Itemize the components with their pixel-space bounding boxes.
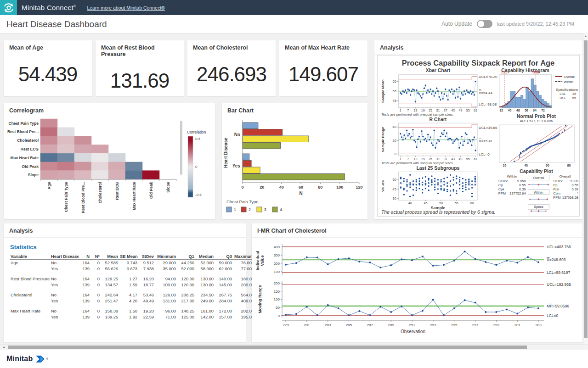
svg-text:30: 30 xyxy=(393,196,396,201)
svg-text:No: No xyxy=(234,132,240,137)
auto-update-toggle[interactable] xyxy=(477,20,492,28)
scroll-up-arrow[interactable]: ▲ xyxy=(584,34,588,39)
svg-text:Sample Range: Sample Range xyxy=(381,127,385,152)
svg-text:9.039: 9.039 xyxy=(570,179,578,183)
footer-reg-mark: ® xyxy=(46,357,48,360)
svg-text:49: 49 xyxy=(459,157,463,161)
svg-text:3: 3 xyxy=(264,207,266,212)
svg-text:Rest ECG: Rest ECG xyxy=(21,147,39,151)
stats-col-header: StDev xyxy=(138,253,155,260)
svg-text:287: 287 xyxy=(367,323,373,327)
svg-text:Individual: Individual xyxy=(255,251,260,270)
svg-text:Values: Values xyxy=(381,180,385,192)
stats-col-header: Variable xyxy=(10,253,50,260)
svg-text:Slope: Slope xyxy=(166,182,170,192)
auto-update-label: Auto Update xyxy=(441,21,472,27)
correlogram-panel: Correlogram Chest Pain TypeRest Blood Pr… xyxy=(4,103,215,219)
learn-more-link[interactable]: Learn more about Minitab Connect® xyxy=(87,5,164,11)
svg-text:Normal Prob Plot: Normal Prob Plot xyxy=(517,114,556,119)
svg-text:80: 80 xyxy=(567,164,571,167)
stats-col-header: Minimum xyxy=(155,253,177,260)
svg-text:Process Capability Sixpack Rep: Process Capability Sixpack Report for Ag… xyxy=(402,59,554,67)
svg-text:LCL=38.68: LCL=38.68 xyxy=(479,102,497,106)
svg-text:Xbar Chart: Xbar Chart xyxy=(426,68,451,73)
kpi-title: Mean of Cholesterol xyxy=(187,40,276,51)
svg-text:Cp: Cp xyxy=(498,183,503,187)
svg-text:Max Heart Rate: Max Heart Rate xyxy=(11,156,39,160)
sixpack-svg: Process Capability Sixpack Report for Ag… xyxy=(378,56,579,216)
svg-text:25: 25 xyxy=(429,157,432,161)
svg-text:Heart Disease: Heart Disease xyxy=(223,137,228,168)
svg-text:56: 56 xyxy=(525,109,528,112)
svg-text:UCL=39.66: UCL=39.66 xyxy=(479,126,498,130)
last-updated-text: last updated 9/20/22, 12:45:23 PM xyxy=(497,21,574,27)
svg-text:281: 281 xyxy=(304,323,310,327)
svg-text:LCL=0: LCL=0 xyxy=(547,313,559,318)
stats-row: CholesterolNo1640242.644.1753.46126.0020… xyxy=(10,292,255,298)
svg-text:61: 61 xyxy=(474,157,477,161)
svg-text:64: 64 xyxy=(533,109,537,112)
svg-text:65: 65 xyxy=(393,79,396,84)
stats-row: Yes1390251.474.2049.49131.00217.00249.00… xyxy=(10,298,255,304)
svg-text:Overall: Overall xyxy=(533,176,544,180)
svg-text:0.39: 0.39 xyxy=(571,187,578,191)
minitab-connect-logo[interactable] xyxy=(0,0,17,15)
kpi-card-mean-cholesterol: Mean of Cholesterol 246.693 xyxy=(187,40,276,96)
svg-text:45: 45 xyxy=(424,201,428,205)
svg-text:Age: Age xyxy=(47,182,51,189)
svg-text:Value: Value xyxy=(260,255,265,266)
svg-text:Specifications: Specifications xyxy=(556,88,578,92)
kpi-value: 54.439 xyxy=(4,63,92,86)
vertical-scroll-thumb[interactable] xyxy=(584,40,588,338)
svg-text:7: 7 xyxy=(407,109,409,112)
svg-text:0: 0 xyxy=(278,314,280,318)
svg-text:Tests are performed with unequ: Tests are performed with unequal sample … xyxy=(381,161,454,165)
svg-text:25: 25 xyxy=(429,109,432,112)
svg-text:137068.58: 137068.58 xyxy=(562,195,578,200)
stats-col-header: N* xyxy=(90,253,101,260)
svg-text:Rest Blood Pre...: Rest Blood Pre... xyxy=(81,182,85,213)
svg-text:49: 49 xyxy=(459,109,463,112)
horizontal-scroll-thumb[interactable] xyxy=(8,346,527,349)
svg-text:45: 45 xyxy=(393,187,396,191)
svg-text:289: 289 xyxy=(388,323,394,327)
svg-text:PPM: PPM xyxy=(498,191,506,195)
svg-text:55: 55 xyxy=(466,157,470,161)
svg-text:45: 45 xyxy=(393,99,396,103)
imr-chart-panel: I-MR Chart of Cholesterol 100200300400In… xyxy=(252,223,582,342)
kpi-value: 131.69 xyxy=(96,69,184,92)
panel-title: I-MR Chart of Cholesterol xyxy=(252,223,582,238)
svg-text:UCL=70.20: UCL=70.20 xyxy=(479,75,498,79)
svg-text:Yes: Yes xyxy=(232,163,241,168)
svg-text:MR=59.0596: MR=59.0596 xyxy=(547,304,569,308)
svg-text:USL: USL xyxy=(560,96,566,100)
brand-name: Minitab Connect® xyxy=(22,4,76,11)
heart-disease-bar-chart: Heart DiseaseNoYes020406080100120NChest … xyxy=(222,116,368,219)
correlogram-scrollbar-thumb[interactable] xyxy=(180,121,182,175)
svg-text:35: 35 xyxy=(572,92,576,96)
svg-text:20: 20 xyxy=(260,185,264,190)
vertical-scrollbar[interactable]: ▲ xyxy=(583,33,588,345)
svg-text:X=54.44: X=54.44 xyxy=(479,91,492,95)
stats-row: Yes1390134.571.5918.77100.00120.00130.00… xyxy=(10,282,255,288)
stats-row: Max Heart RateNo1640158.381.5019.2096.00… xyxy=(10,308,255,314)
stats-col-header: SE Mean xyxy=(119,253,138,260)
scroll-left-arrow[interactable]: ◄ xyxy=(1,345,6,350)
svg-text:2: 2 xyxy=(249,207,251,212)
svg-text:Capability Histogram: Capability Histogram xyxy=(501,68,549,73)
svg-text:295: 295 xyxy=(451,323,458,327)
svg-text:0.55: 0.55 xyxy=(571,183,578,187)
svg-text:Within: Within xyxy=(507,174,517,178)
svg-text:40: 40 xyxy=(279,185,284,190)
svg-text:43: 43 xyxy=(451,157,455,161)
svg-text:Chest Pain Type: Chest Pain Type xyxy=(226,199,259,204)
statistics-section-title: Statistics xyxy=(10,244,37,251)
svg-text:UCL=192.965: UCL=192.965 xyxy=(547,282,571,287)
svg-text:R Chart: R Chart xyxy=(430,117,447,122)
svg-text:Slope: Slope xyxy=(28,173,39,177)
stats-row: AgeNo164052.5850.7439.51229.00044.25052.… xyxy=(10,260,255,266)
svg-text:200: 200 xyxy=(274,262,280,266)
svg-text:50: 50 xyxy=(276,306,280,310)
svg-text:19: 19 xyxy=(421,157,425,161)
svg-text:55: 55 xyxy=(466,109,470,112)
